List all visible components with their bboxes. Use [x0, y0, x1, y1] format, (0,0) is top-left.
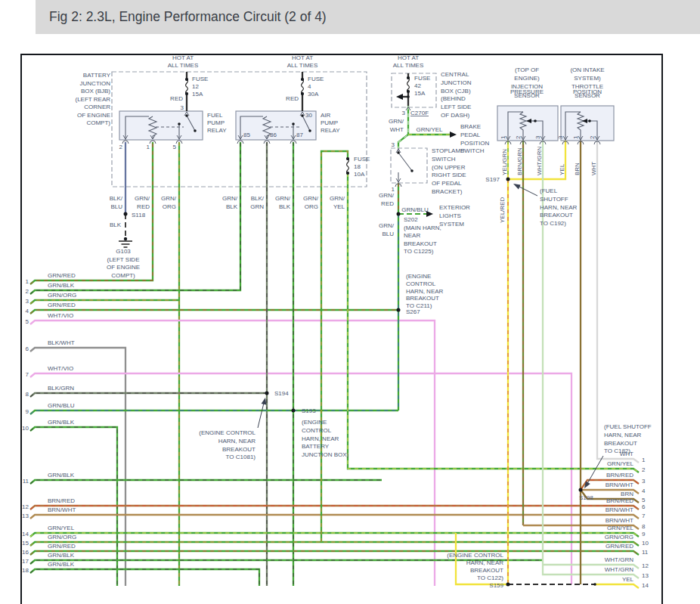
- row-wire-label-right: BRN/RED: [606, 472, 633, 479]
- junction-dot: [292, 122, 295, 125]
- row-wire-label-right: GRN/RED: [606, 543, 633, 550]
- diagram-label: BRN: [574, 163, 581, 175]
- row-wire-label-left: GRN/BLK: [48, 419, 75, 426]
- diagram-label: YEL/RED: [499, 197, 506, 223]
- row-wire-label-left: GRN/BLU: [48, 402, 75, 409]
- diagram-label: RED: [286, 95, 299, 102]
- row-wire-label-right: BRN/RED: [606, 497, 633, 504]
- splice-s193: [292, 409, 296, 413]
- diagram-label: S118: [132, 212, 146, 218]
- diagram-label: S194: [274, 390, 289, 397]
- row-wire-label-right: WHT: [620, 451, 633, 457]
- row-wire-label-left: GRN/RED: [48, 302, 76, 308]
- splice-s197: [506, 178, 510, 181]
- diagram-label: YEL/GRN: [501, 149, 508, 175]
- row-wire-label-left: WHT/VIO: [48, 365, 73, 372]
- row-wire-label-left: BRN/RED: [48, 497, 75, 504]
- diagram-label: 2: [589, 135, 596, 139]
- junction-dot: [301, 78, 304, 81]
- junction-dot: [308, 129, 311, 132]
- row-number-right: 14: [642, 582, 649, 589]
- row-wire-label-left: BRN/WHT: [48, 506, 76, 513]
- row-wire-label-right: BRN/WHT: [606, 517, 633, 524]
- row-number-left: 6: [26, 345, 29, 352]
- diagram-label: GRN/WHT: [389, 118, 404, 133]
- diagram-label: WHT/GRN: [536, 147, 543, 175]
- row-wire-label-left: BLK/GRN: [48, 385, 74, 392]
- row-wire-label-right: WHT/GRN: [605, 556, 633, 563]
- row-number-right: 4: [642, 488, 646, 494]
- diagram-label: GRN/BLU: [401, 206, 429, 213]
- diagram-label: RED: [170, 95, 183, 102]
- row-number-right: 10: [642, 540, 649, 547]
- diagram-label: BATTERYJUNCTIONBOX (BJB)(LEFT REARCORNER…: [75, 72, 110, 126]
- splice-s267: [397, 308, 401, 312]
- fuel-pump-relay-box: [119, 111, 203, 140]
- row-wire-label-right: WHT/GRN: [605, 566, 633, 573]
- row-number-left: 15: [22, 540, 29, 547]
- diagram-label: GRN/YEL: [416, 126, 443, 133]
- junction-dot: [178, 122, 181, 125]
- diagram-label: C270F: [410, 110, 429, 116]
- row-wire-label-right: GRN/YEL: [607, 460, 634, 467]
- row-wire-label-left: GRN/RED: [48, 543, 76, 550]
- diagram-label: 86: [270, 132, 277, 138]
- junction-dot: [588, 119, 591, 122]
- row-number-right: 3: [642, 478, 646, 485]
- row-number-left: 5: [26, 318, 29, 325]
- row-number-right: 7: [642, 513, 646, 519]
- diagram-label: S197: [485, 176, 500, 183]
- splice-s194: [265, 392, 269, 395]
- junction-dot: [185, 92, 188, 95]
- junction-dot: [410, 169, 413, 172]
- row-wire-label-left: GRN/BLK: [48, 552, 75, 559]
- row-wire-label-left: GRN/RED: [48, 272, 76, 279]
- row-number-right: 5: [642, 497, 646, 503]
- row-number-left: 4: [26, 308, 29, 314]
- diagram-label: (ON INTAKESYSTEM)THROTTLE: [570, 67, 604, 90]
- row-number-left: 7: [26, 371, 29, 378]
- diagram-label: 85: [243, 132, 250, 138]
- row-number-left: 18: [22, 567, 29, 574]
- diagram-label: SENSOR: [575, 92, 600, 99]
- row-wire-label-left: GRN/BLK: [48, 472, 75, 479]
- row-wire-label-left: GRN/BLK: [48, 561, 75, 568]
- row-wire-label-right: BRN/WHT: [606, 482, 633, 488]
- diagram-label: 3: [181, 104, 184, 111]
- row-number-right: 11: [642, 549, 649, 556]
- row-wire-label-left: GRN/ORG: [48, 534, 76, 541]
- junction-dot: [593, 583, 596, 586]
- row-wire-label-left: GRN/ORG: [48, 292, 76, 299]
- row-number-left: 3: [26, 298, 29, 305]
- row-number-left: 1: [26, 278, 29, 285]
- page-background: Fig 2: 2.3L, Engine Performance Circuit …: [0, 0, 700, 604]
- diagram-label: SENSOR: [514, 92, 540, 99]
- junction-dot: [397, 151, 400, 154]
- row-number-right: 1: [642, 457, 646, 463]
- row-number-left: 16: [22, 549, 29, 556]
- row-wire-label-right: GRN/ORG: [605, 534, 633, 541]
- row-number-right: 13: [642, 572, 649, 579]
- splice-s159: [506, 583, 510, 587]
- junction-dot: [407, 95, 410, 98]
- row-number-right: 12: [642, 562, 649, 569]
- diagram-label: 30: [305, 112, 312, 119]
- diagram-label: S193: [302, 407, 316, 414]
- row-wire-label-left: GRN/BLK: [48, 282, 75, 289]
- splice-s118: [124, 212, 128, 216]
- junction-dot: [534, 119, 537, 122]
- diagram-label: BLK: [110, 221, 122, 228]
- row-number-left: 17: [22, 558, 29, 565]
- diagram-label: 3: [392, 141, 395, 148]
- splice-s198: [579, 488, 583, 492]
- injection-pressure-sensor-box: [497, 106, 558, 141]
- row-wire-label-right: BRN/WHT: [606, 506, 633, 513]
- row-wire-label-left: BLK/WHT: [48, 339, 75, 346]
- diagram-label: GRN/RED: [379, 192, 395, 207]
- junction-dot: [407, 76, 410, 79]
- row-number-right: 9: [642, 531, 646, 537]
- row-number-left: 11: [23, 478, 29, 485]
- row-number-right: 2: [642, 466, 646, 473]
- row-number-left: 12: [22, 503, 29, 510]
- row-wire-label-left: GRN/YEL: [48, 525, 75, 531]
